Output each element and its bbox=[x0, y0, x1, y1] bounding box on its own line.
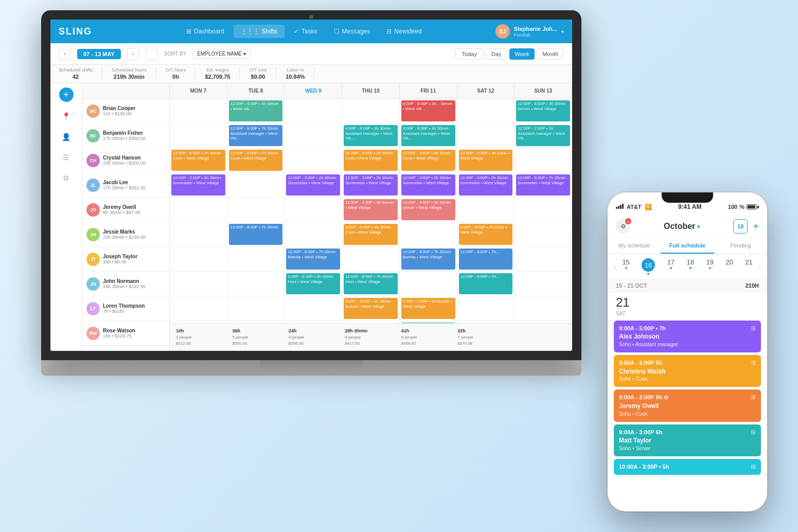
schedule-cell[interactable] bbox=[285, 296, 342, 321]
schedule-cell[interactable] bbox=[170, 222, 227, 246]
calendar-day-button[interactable]: 18 bbox=[733, 219, 748, 234]
schedule-cell[interactable] bbox=[285, 321, 342, 323]
employee-row[interactable]: JT Joseph Taylor 30h • $0.00 bbox=[82, 247, 169, 272]
shift-block[interactable]: 12:00P - 3:00P • 2h 30min Sommelier • We… bbox=[171, 174, 225, 196]
schedule-cell[interactable]: 12:00P - 4:00P • 3h 30min Server • West … bbox=[515, 99, 572, 123]
settings-icon[interactable]: ⚙ bbox=[58, 170, 75, 186]
shift-block[interactable]: 12:00P - 8:00P • 7h 30min bbox=[229, 224, 283, 245]
schedule-cell[interactable] bbox=[515, 321, 572, 323]
schedule-cell[interactable] bbox=[457, 123, 515, 148]
schedule-cell[interactable] bbox=[342, 321, 400, 323]
shift-block[interactable]: 3:00P - 8:00P • 4h 30min Cook • West Vil… bbox=[344, 224, 398, 245]
user-menu[interactable]: SJ Stephanie Joh... Foodlab ▾ bbox=[495, 24, 564, 39]
shift-expand-icon[interactable]: ⊞ bbox=[751, 463, 756, 470]
schedule-cell[interactable] bbox=[457, 99, 515, 123]
employee-row[interactable]: LT Loren Thompson 7h • $0.00 bbox=[82, 296, 169, 321]
nav-dashboard[interactable]: ⊞ Dashboard bbox=[179, 25, 232, 38]
schedule-cell[interactable] bbox=[170, 123, 227, 148]
schedule-cell[interactable] bbox=[342, 99, 400, 123]
schedule-cell[interactable]: 12:00P - 8:00P • 7h 30min Bartender • We… bbox=[400, 321, 457, 323]
location-icon[interactable]: 📍 bbox=[58, 108, 75, 125]
shift-block[interactable]: 12:00P - 8:00P • 7h 30min Cook • West Vi… bbox=[171, 150, 225, 171]
employee-row[interactable]: SJ Stephanie Johnson 40h • $800.00 bbox=[82, 346, 169, 351]
shift-expand-icon[interactable]: ⊞ bbox=[751, 394, 756, 401]
week-view-button[interactable]: Week bbox=[509, 48, 535, 60]
schedule-cell[interactable]: 12:00P - 8:00P • 7h 30min bbox=[227, 222, 285, 246]
schedule-cell[interactable] bbox=[170, 296, 227, 321]
schedule-cell[interactable] bbox=[285, 148, 342, 172]
schedule-cell[interactable]: 3:00P - 8:00P • 4h 30min Cook • West Vil… bbox=[342, 222, 400, 246]
schedule-cell[interactable] bbox=[457, 321, 515, 323]
shift-expand-icon[interactable]: ⊞ bbox=[751, 429, 756, 436]
schedule-cell[interactable]: 12:00P - 8:00P • 7h 30min Sommelier • We… bbox=[515, 173, 572, 197]
nav-newsfeed[interactable]: ⊟ Newsfeed bbox=[379, 25, 429, 38]
schedule-cell[interactable] bbox=[227, 247, 285, 271]
shift-block[interactable]: 4:00P - 8:00P • 3h 30min Assistant manag… bbox=[344, 125, 398, 146]
shift-block[interactable]: 12:00P - 3:00P • 2h 30min Sommelier • We… bbox=[401, 174, 455, 196]
phone-shift-card[interactable]: 10:00A - 3:00P • 5h ⊞ bbox=[614, 459, 761, 475]
schedule-cell[interactable]: 4:00P - 8:00P • 3h 30min Assistant manag… bbox=[342, 123, 400, 148]
schedule-cell[interactable]: 12:00P - 3:00P • 2h 30min Sommelier • We… bbox=[342, 173, 400, 197]
schedule-cell[interactable] bbox=[515, 198, 572, 222]
employee-row[interactable]: JM Jessie Marks 23h 30min • $235.00 bbox=[82, 222, 169, 247]
shift-block[interactable]: 12:00P - 8:00P • 7h... bbox=[459, 273, 513, 294]
schedule-cell[interactable]: 5:30P - 8:00P • 2h Busser • West Village bbox=[400, 296, 457, 321]
schedule-cell[interactable] bbox=[515, 247, 572, 271]
today-button[interactable]: Today bbox=[455, 48, 484, 60]
phone-shift-card[interactable]: 9:00A - 3:00P 6h Matt Taylor Soho • Serv… bbox=[614, 424, 761, 456]
employee-row[interactable]: JN John Normann 19h 30min • $292.50 bbox=[82, 272, 169, 296]
employee-row[interactable]: BF Benjamin Fisher 17h 30min • $350.00 bbox=[82, 123, 169, 148]
month-selector[interactable]: October ▾ bbox=[664, 222, 700, 231]
schedule-cell[interactable] bbox=[227, 198, 285, 222]
schedule-cell[interactable]: 12:00P - 8:00P • 7h 30min Barista • West… bbox=[285, 247, 342, 271]
schedule-cell[interactable]: 12:00P - 3:30P • 3h Cook • West Village bbox=[457, 148, 515, 172]
schedule-cell[interactable] bbox=[515, 296, 572, 321]
schedule-cell[interactable] bbox=[227, 272, 285, 296]
schedule-cell[interactable] bbox=[285, 123, 342, 148]
shift-block[interactable]: 12:00P - 3:00P • 2h 30min Cook • West Vi… bbox=[344, 150, 398, 171]
schedule-cell[interactable]: 3:30P - 8:00P • 4h Cook • West Village bbox=[457, 222, 515, 246]
schedule-cell[interactable] bbox=[342, 247, 400, 271]
schedule-cell[interactable]: 12:00P - 3:00P • 2h 30min Sommelier • We… bbox=[170, 173, 227, 197]
employee-row[interactable]: CH Crystal Hanson 20h 30min • $205.00 bbox=[82, 148, 169, 173]
shift-block[interactable]: 6:00P - 8:00P • 1h 30min Busser • West V… bbox=[344, 298, 398, 319]
nav-tasks[interactable]: ✓ Tasks bbox=[287, 25, 325, 38]
add-shift-button[interactable]: + bbox=[59, 87, 74, 102]
list-icon[interactable]: ☰ bbox=[58, 149, 75, 166]
schedule-cell[interactable] bbox=[400, 222, 457, 246]
schedule-cell[interactable] bbox=[285, 198, 342, 222]
employee-row[interactable]: JO Jeremy Owell 6h 30min • $97.50 bbox=[82, 198, 169, 222]
schedule-cell[interactable]: 1:30P - 6:30P • 4h 30min Host • West Vil… bbox=[285, 272, 342, 296]
employee-row[interactable]: BC Brian Cooper 11h • $165.00 bbox=[82, 99, 169, 123]
schedule-cell[interactable]: 12:00P - 3:30P • 3h Server • West Villag… bbox=[342, 198, 400, 222]
shift-block[interactable]: 12:00P - 2:00P • 2h Assistant manager • … bbox=[516, 125, 570, 146]
shift-block[interactable]: 12:00P - 4:30P • 4h Server • West Vill..… bbox=[229, 100, 283, 121]
tab-pending[interactable]: Pending bbox=[714, 238, 767, 254]
schedule-cell[interactable] bbox=[170, 198, 227, 222]
schedule-cell[interactable]: 12:00P - 4:00P • 3h 30min Server • West … bbox=[400, 198, 457, 222]
next-week-button[interactable]: › bbox=[127, 48, 139, 60]
schedule-cell[interactable]: 12:00P - 8:00P • 7h 30min Barista • West… bbox=[400, 247, 457, 271]
schedule-cell[interactable]: 3:00P - 8:00P • 4h 30min Assistant manag… bbox=[400, 123, 457, 148]
schedule-cell[interactable]: 12:00P - 4:30P • 4h Server • West Vill..… bbox=[227, 99, 285, 123]
shift-block[interactable]: 12:00P - 8:00P • 7h 30min Host • West Vi… bbox=[344, 273, 398, 294]
schedule-cell[interactable] bbox=[457, 198, 515, 222]
shift-block[interactable]: 5:30P - 8:00P • 2h Busser • West Village bbox=[401, 298, 455, 319]
prev-week-button[interactable]: ‹ bbox=[59, 48, 71, 60]
filter-icon[interactable]: 👤 bbox=[58, 129, 75, 145]
nav-messages[interactable]: ☐ Messages bbox=[327, 25, 378, 38]
schedule-cell[interactable] bbox=[170, 272, 227, 296]
sort-dropdown[interactable]: EMPLOYEE NAME ▾ bbox=[192, 49, 250, 59]
schedule-cell[interactable]: 12:00P - 3:00P • 2h 30min Cook • West Vi… bbox=[400, 148, 457, 172]
shift-block[interactable]: 4:00P - 8:00P • 3h... Server • West Vill… bbox=[401, 100, 455, 121]
schedule-cell[interactable]: 12:00P - 3:00P • 2h 30min Cook • West Vi… bbox=[342, 148, 400, 172]
shift-block[interactable]: 12:00P - 3:00P • 2h 30min Sommelier • We… bbox=[459, 174, 513, 196]
filter-settings-button[interactable]: ⚙ 1 bbox=[616, 219, 630, 234]
phone-shift-card[interactable]: 9:00A - 2:00P 5h Christina Walsh Soho • … bbox=[614, 355, 761, 387]
tab-full-schedule[interactable]: Full schedule bbox=[661, 238, 714, 254]
shift-block[interactable]: 12:00P - 4:00P • 3h 30min Server • West … bbox=[516, 100, 570, 121]
schedule-cell[interactable] bbox=[515, 272, 572, 296]
schedule-cell[interactable] bbox=[285, 99, 342, 123]
shift-block[interactable]: 12:00P - 8:00P • 7h 30min Barista • West… bbox=[401, 249, 455, 270]
shift-block[interactable]: 12:00P - 3:30P • 3h Cook • West Village bbox=[459, 150, 513, 171]
